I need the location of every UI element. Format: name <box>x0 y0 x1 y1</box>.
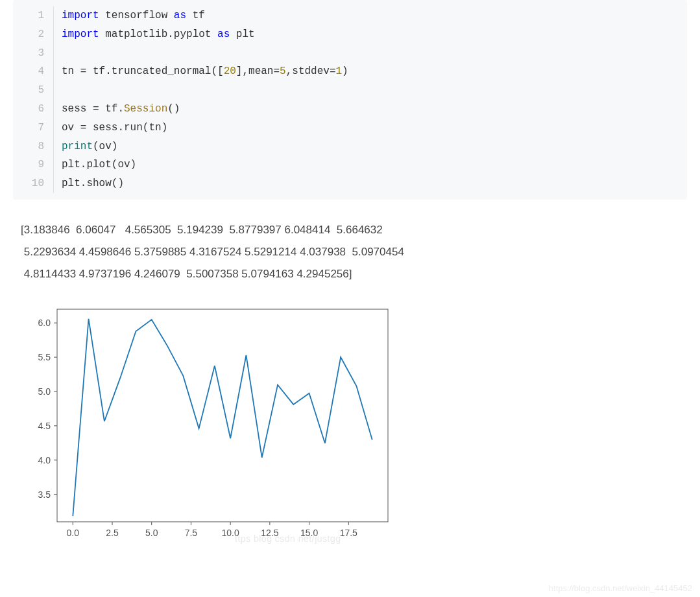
print-output: [3.183846 6.06047 4.565305 5.194239 5.87… <box>21 219 687 285</box>
svg-text:5.0: 5.0 <box>38 386 51 397</box>
svg-text:5.5: 5.5 <box>38 352 51 362</box>
line-number: 3 <box>13 44 53 63</box>
svg-text:4.5: 4.5 <box>38 421 51 431</box>
line-number: 2 <box>13 25 53 44</box>
code-content: tn = tf.truncated_normal([20],mean=5,std… <box>53 62 348 81</box>
code-line: 6sess = tf.Session() <box>13 100 687 119</box>
code-content <box>53 81 62 100</box>
code-line: 5 <box>13 81 687 100</box>
line-number: 1 <box>13 6 53 25</box>
svg-text:0.0: 0.0 <box>67 528 80 538</box>
code-content: plt.plot(ov) <box>53 156 136 174</box>
code-content <box>53 44 62 63</box>
line-number: 9 <box>13 156 53 174</box>
svg-text:17.5: 17.5 <box>340 528 357 538</box>
line-number: 6 <box>13 100 53 119</box>
line-number: 7 <box>13 119 53 137</box>
code-block: 1import tensorflow as tf2import matplotl… <box>13 0 687 200</box>
code-line: 7ov = sess.run(tn) <box>13 119 687 137</box>
svg-text:5.0: 5.0 <box>145 528 158 538</box>
code-content: import matplotlib.pyplot as plt <box>53 25 255 44</box>
svg-text:4.0: 4.0 <box>38 455 51 465</box>
line-number: 10 <box>13 174 53 193</box>
code-content: print(ov) <box>53 137 117 156</box>
code-line: 8print(ov) <box>13 137 687 156</box>
code-line: 10plt.show() <box>13 174 687 193</box>
svg-text:3.5: 3.5 <box>38 489 51 500</box>
code-line: 3 <box>13 44 687 63</box>
svg-text:6.0: 6.0 <box>38 318 51 328</box>
code-content: sess = tf.Session() <box>53 100 180 119</box>
code-content: plt.show() <box>53 174 124 193</box>
code-line: 1import tensorflow as tf <box>13 6 687 25</box>
line-chart: 3.54.04.55.05.56.00.02.55.07.510.012.515… <box>18 301 687 550</box>
svg-text:2.5: 2.5 <box>106 528 119 538</box>
code-content: import tensorflow as tf <box>53 6 205 25</box>
line-number: 4 <box>13 62 53 81</box>
code-content: ov = sess.run(tn) <box>53 119 167 137</box>
code-line: 2import matplotlib.pyplot as plt <box>13 25 687 44</box>
code-line: 9plt.plot(ov) <box>13 156 687 174</box>
line-number: 5 <box>13 81 53 100</box>
code-line: 4tn = tf.truncated_normal([20],mean=5,st… <box>13 62 687 81</box>
svg-text:7.5: 7.5 <box>185 528 198 538</box>
line-number: 8 <box>13 137 53 156</box>
